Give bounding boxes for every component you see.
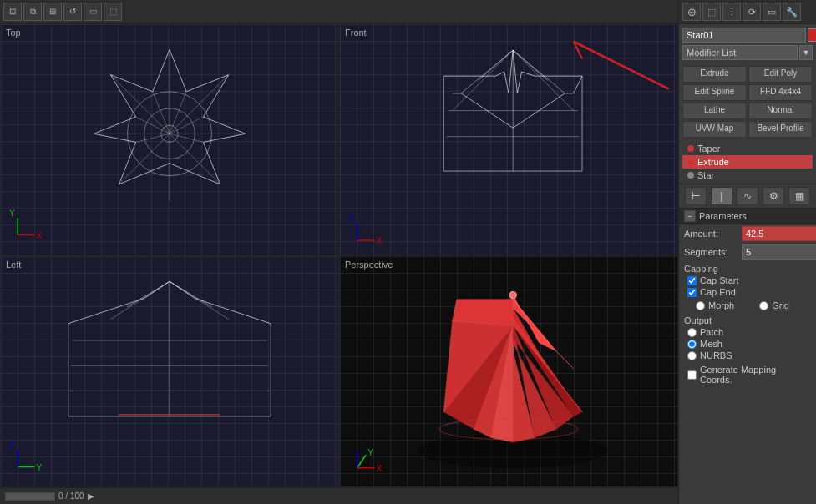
extrude-stack-item[interactable]: Extrude <box>682 155 813 169</box>
status-arrow[interactable]: ▶ <box>88 491 94 501</box>
morph-radio-row: Morph <box>687 300 743 311</box>
app-container: ⊡ ⧉ ⊞ ↺ ▭ ⬚ Top <box>0 0 816 504</box>
nurbs-radio-row: NURBS <box>679 350 816 361</box>
viewport-front[interactable]: Front <box>339 23 678 255</box>
status-text: 0 / 100 <box>58 491 84 501</box>
cap-end-label: Cap End <box>700 287 736 297</box>
mesh-radio-row: Mesh <box>679 338 816 350</box>
viewport-top[interactable]: Top <box>0 23 339 255</box>
nav-curve-button[interactable]: ∿ <box>737 187 758 205</box>
svg-line-14 <box>170 134 203 142</box>
svg-line-33 <box>513 50 574 111</box>
front-viewport-svg: X Z <box>340 24 677 255</box>
top-viewport-svg: X Y <box>1 24 338 252</box>
svg-text:Y: Y <box>9 209 15 218</box>
svg-line-17 <box>153 92 170 134</box>
extrude-button[interactable]: Extrude <box>682 66 747 83</box>
segments-row: Segments: ▲ ▼ <box>679 243 816 261</box>
amount-input[interactable] <box>742 226 816 241</box>
panel-icon-display[interactable]: ▭ <box>763 3 781 21</box>
panel-icon-utility[interactable]: 🔧 <box>783 3 801 21</box>
grid-label: Grid <box>772 300 789 310</box>
panel-icon-box[interactable]: ⬚ <box>702 3 721 21</box>
nav-settings-button[interactable]: ⚙ <box>763 187 784 205</box>
segments-label: Segments: <box>684 247 738 257</box>
star-stack-item[interactable]: Star <box>682 169 813 182</box>
modifier-stack: Taper Extrude Star <box>682 142 813 182</box>
taper-stack-item[interactable]: Taper <box>682 142 813 155</box>
viewport-left[interactable]: Left <box>0 255 339 487</box>
top-viewport-row: Top <box>0 23 678 255</box>
mesh-radio[interactable] <box>687 340 697 349</box>
viewport-perspective[interactable]: Perspective <box>339 255 678 487</box>
bottom-viewport-row: Left <box>0 255 678 487</box>
cap-end-row: Cap End <box>679 286 816 298</box>
edit-spline-button[interactable]: Edit Spline <box>682 84 747 101</box>
nav-active-button[interactable]: | <box>711 187 732 205</box>
edit-poly-button[interactable]: Edit Poly <box>748 66 813 83</box>
svg-line-13 <box>170 117 203 134</box>
object-name-row <box>682 28 813 43</box>
cap-end-checkbox[interactable] <box>687 288 697 297</box>
nurbs-radio[interactable] <box>687 351 697 360</box>
cap-start-label: Cap Start <box>700 275 738 285</box>
svg-text:X: X <box>36 231 42 240</box>
modifier-list-dropdown[interactable]: ▼ <box>799 45 813 60</box>
svg-text:Z: Z <box>9 441 14 450</box>
segments-input[interactable] <box>742 244 816 260</box>
ffd-button[interactable]: FFD 4x4x4 <box>748 84 813 101</box>
svg-text:Y: Y <box>36 463 42 472</box>
toolbar-icon-4[interactable]: ↺ <box>63 3 82 21</box>
amount-label: Amount: <box>684 229 738 239</box>
svg-line-11 <box>110 75 170 134</box>
svg-line-30 <box>461 50 513 93</box>
perspective-viewport-svg: X Y <box>340 256 677 487</box>
toolbar-icon-3[interactable]: ⊞ <box>43 3 62 21</box>
svg-line-22 <box>574 42 669 89</box>
object-color-swatch[interactable] <box>808 28 816 42</box>
normal-button[interactable]: Normal <box>748 103 813 119</box>
mesh-label: Mesh <box>700 339 722 349</box>
panel-icon-hierarchy[interactable]: ⋮ <box>722 3 741 21</box>
cap-start-row: Cap Start <box>679 275 816 286</box>
status-bar: 0 / 100 ▶ -100 -50 0 50 100 150 200 250 … <box>0 487 678 504</box>
panel-top-toolbar: ⊕ ⬚ ⋮ ⟳ ▭ 🔧 <box>679 0 816 24</box>
amount-row: Amount: ▲ ▼ <box>679 224 816 243</box>
panel-icon-motion[interactable]: ⟳ <box>743 3 761 21</box>
generate-mapping-row: Generate Mapping Coords. <box>679 364 816 386</box>
nav-row: ⊢ | ∿ ⚙ ▦ <box>679 184 816 209</box>
morph-radio[interactable] <box>696 301 705 310</box>
grid-radio[interactable] <box>759 301 768 310</box>
object-name-input[interactable] <box>682 28 806 43</box>
svg-text:Y: Y <box>367 448 373 457</box>
toolbar-icon-1[interactable]: ⊡ <box>3 3 22 21</box>
toolbar-icon-5[interactable]: ▭ <box>84 3 102 21</box>
uvw-map-button[interactable]: UVW Map <box>682 121 747 138</box>
patch-radio[interactable] <box>687 328 697 337</box>
toolbar-icon-2[interactable]: ⧉ <box>23 3 42 21</box>
cap-start-checkbox[interactable] <box>687 276 697 285</box>
parameters-section: − Parameters Amount: ▲ ▼ Segments: ▲ ▼ <box>679 209 816 504</box>
svg-line-61 <box>357 455 366 468</box>
lathe-button[interactable]: Lathe <box>682 103 747 119</box>
svg-line-16 <box>136 117 170 134</box>
viewport-top-label: Top <box>6 28 21 38</box>
right-panel: ⊕ ⬚ ⋮ ⟳ ▭ 🔧 Modifier List ▼ Extrude Edit… <box>678 0 816 504</box>
viewport-front-label: Front <box>345 28 367 38</box>
toolbar-icon-6[interactable]: ⬚ <box>104 3 122 21</box>
generate-mapping-label: Generate Mapping Coords. <box>700 365 808 385</box>
svg-line-44 <box>128 281 170 306</box>
svg-text:X: X <box>377 464 383 473</box>
left-viewport-svg: Y Z <box>1 256 338 484</box>
patch-label: Patch <box>700 327 723 337</box>
svg-line-47 <box>170 281 229 319</box>
bevel-profile-button[interactable]: Bevel Profile <box>748 121 813 138</box>
nav-pin-button[interactable]: ⊢ <box>685 187 707 205</box>
panel-icon-zoom[interactable]: ⊕ <box>682 3 701 21</box>
status-progress-bar <box>5 492 55 501</box>
generate-mapping-checkbox[interactable] <box>687 370 697 380</box>
params-collapse-button[interactable]: − <box>684 210 696 222</box>
svg-text:Z: Z <box>348 214 353 223</box>
nurbs-label: NURBS <box>700 350 732 360</box>
nav-display-button[interactable]: ▦ <box>788 187 810 205</box>
